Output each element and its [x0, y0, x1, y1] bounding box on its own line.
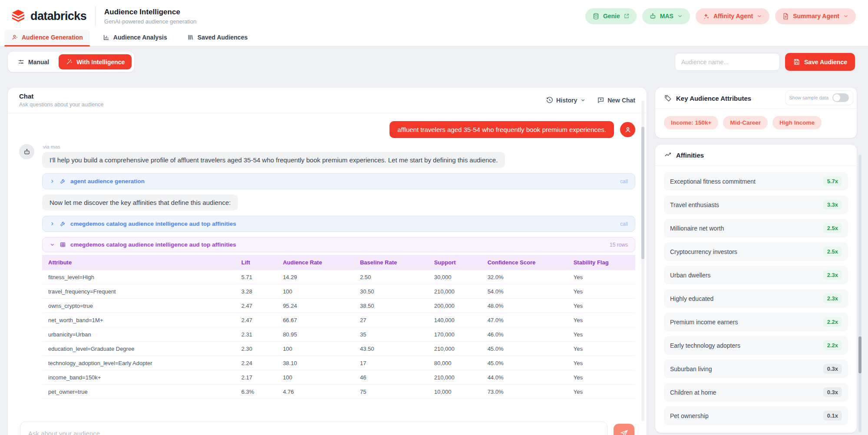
app-header: databricks Audience Intelligence GenAI-p…: [0, 0, 868, 46]
right-sidebar: Key Audience Attributes Show sample data…: [655, 88, 857, 433]
brand-name: databricks: [30, 10, 86, 23]
table-row: travel_frequency=Frequent 3.28 100 30.50…: [42, 284, 635, 299]
affinities-result-table: Attribute Lift Audience Rate Baseline Ra…: [42, 255, 635, 399]
table-row: urbanicity=Urban 2.31 80.95 35 170,000 4…: [42, 327, 635, 342]
database-icon: [592, 13, 600, 20]
sidebar-scrollbar-track[interactable]: [858, 155, 861, 432]
main-tabs: Audience Generation Audience Analysis Sa…: [0, 30, 868, 46]
chat-scrollbar-thumb[interactable]: [641, 127, 644, 259]
new-chat-button[interactable]: New Chat: [597, 96, 635, 104]
lift-badge: 2.2x: [823, 317, 842, 327]
header-divider: [95, 6, 96, 26]
document-icon: [782, 13, 789, 20]
affinity-item: Suburban living 0.3x: [664, 359, 848, 378]
affinities-card: Affinities Exceptional fitness commitmen…: [655, 145, 857, 433]
via-label: via mas: [43, 144, 635, 149]
with-intelligence-mode-button[interactable]: With Intelligence: [59, 54, 132, 69]
person-icon: [11, 34, 18, 41]
show-sample-data-label: Show sample data: [789, 95, 829, 100]
table-row: education_level=Graduate Degree 2.30 100…: [42, 342, 635, 356]
affinity-item: Children at home 0.3x: [664, 383, 848, 402]
lift-badge: 2.5x: [823, 223, 842, 233]
key-audience-attributes-card: Key Audience Attributes Show sample data…: [655, 88, 857, 138]
chevron-down-icon: [580, 97, 586, 103]
manual-mode-button[interactable]: Manual: [10, 54, 56, 69]
magic-wand-icon: [66, 58, 73, 66]
send-button[interactable]: [614, 424, 634, 435]
user-avatar: [620, 122, 635, 137]
genie-button[interactable]: Genie: [585, 8, 637, 24]
affinity-item: Millionaire net worth 2.5x: [664, 219, 848, 237]
result-table-header[interactable]: cmegdemos catalog audience intelligence …: [42, 237, 635, 252]
table-row: income_band=150k+ 2.17 100 46 210,000 44…: [42, 370, 635, 385]
tab-audience-analysis[interactable]: Audience Analysis: [96, 30, 174, 46]
table-row: technology_adoption_level=Early Adopter …: [42, 356, 635, 370]
page-subtitle: GenAI-powered audience generation: [104, 18, 196, 25]
lift-badge: 0.3x: [823, 364, 842, 374]
person-icon: [624, 126, 632, 134]
lift-badge: 2.5x: [823, 247, 842, 257]
trending-up-icon: [664, 151, 672, 159]
databricks-logo-icon: [10, 8, 26, 24]
attribute-chip: Income: 150k+: [664, 116, 718, 129]
lift-badge: 3.3x: [823, 200, 842, 210]
history-button[interactable]: History: [546, 96, 586, 104]
summary-agent-button[interactable]: Summary Agent: [775, 8, 856, 24]
attribute-chip: High Income: [772, 116, 822, 129]
row-count-label: 15 rows: [610, 242, 628, 248]
chat-subtitle: Ask questions about your audience: [19, 102, 104, 108]
tag-icon: [664, 94, 672, 102]
attributes-title: Key Audience Attributes: [676, 95, 751, 102]
table-row: pet_owner=true 6.3% 4.76 75 10,000 73.0%…: [42, 385, 635, 399]
lift-badge: 2.3x: [823, 293, 842, 303]
call-status: call: [620, 221, 628, 227]
lift-badge: 0.1x: [823, 411, 842, 421]
user-message: affluent travelers aged 35-54 who freque…: [389, 121, 614, 138]
external-link-icon: [624, 13, 630, 19]
affinity-item: Highly educated 2.3x: [664, 289, 848, 308]
chat-title: Chat: [19, 92, 104, 100]
history-clock-icon: [546, 96, 553, 104]
lift-badge: 2.2x: [823, 340, 842, 350]
table-header-row: Attribute Lift Audience Rate Baseline Ra…: [42, 255, 635, 270]
chevron-right-icon: [50, 221, 55, 227]
affinity-agent-button[interactable]: Affinity Agent: [696, 8, 769, 24]
audience-name-input[interactable]: [675, 53, 780, 71]
table-row: owns_crypto=true 2.47 95.24 38.50 200,00…: [42, 299, 635, 313]
assistant-message: I'll help you build a comprehensive prof…: [42, 152, 505, 168]
affinity-item: Premium income earners 2.2x: [664, 313, 848, 331]
chevron-down-icon: [756, 13, 762, 19]
table-row: fitness_level=High 5.71 14.29 2.50 30,00…: [42, 270, 635, 284]
table-row: net_worth_band=1M+ 2.47 66.67 27 140,000…: [42, 313, 635, 327]
call-status: call: [620, 178, 628, 185]
new-chat-icon: [597, 96, 604, 104]
affinity-item: Urban dwellers 2.3x: [664, 266, 848, 284]
lift-badge: 5.7x: [823, 176, 842, 186]
chevron-down-icon: [843, 13, 849, 19]
mas-button[interactable]: MAS: [642, 8, 690, 24]
affinity-item: Early technology adopters 2.2x: [664, 336, 848, 355]
chevron-right-icon: [50, 178, 55, 184]
save-audience-button[interactable]: Save Audience: [785, 53, 855, 71]
show-sample-data-toggle[interactable]: [832, 93, 849, 102]
robot-icon: [23, 148, 31, 156]
save-icon: [793, 58, 800, 66]
assistant-message: Now let me discover the key affinities t…: [42, 194, 238, 211]
table-grid-icon: [59, 241, 66, 248]
tool-call-top-affinities[interactable]: cmegdemos catalog audience intelligence …: [42, 216, 635, 232]
chat-input[interactable]: [20, 422, 607, 435]
sparkles-icon: [703, 13, 710, 20]
affinity-item: Cryptocurrency investors 2.5x: [664, 242, 848, 261]
chevron-down-icon: [50, 242, 55, 247]
generation-toolbar: Manual With Intelligence Save Audience: [8, 52, 855, 72]
affinity-item: Exceptional fitness commitment 5.7x: [664, 172, 848, 191]
databricks-brand: databricks: [10, 8, 86, 24]
tab-audience-generation[interactable]: Audience Generation: [4, 30, 90, 46]
affinity-item: Pet ownership 0.1x: [664, 406, 848, 425]
tab-saved-audiences[interactable]: Saved Audiences: [180, 30, 254, 46]
sidebar-scrollbar-thumb[interactable]: [858, 336, 861, 373]
bar-chart-icon: [103, 34, 110, 41]
tool-call-agent-audience-generation[interactable]: agent audience generation call: [42, 173, 635, 189]
affinity-item: Travel enthusiasts 3.3x: [664, 195, 848, 214]
lift-badge: 2.3x: [823, 270, 842, 280]
